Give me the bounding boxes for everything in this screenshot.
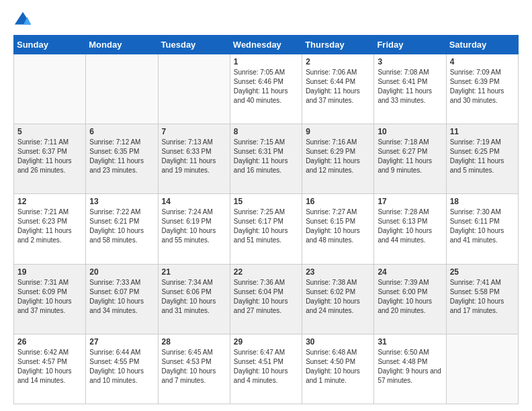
calendar-cell-4-4: 22Sunrise: 7:36 AM Sunset: 6:04 PM Dayli… [230,264,302,334]
day-number: 5 [17,127,82,136]
day-number: 18 [450,197,515,206]
day-number: 13 [89,197,154,206]
calendar-week-3: 12Sunrise: 7:21 AM Sunset: 6:23 PM Dayli… [14,194,519,264]
calendar-cell-3-7: 18Sunrise: 7:30 AM Sunset: 6:11 PM Dayli… [446,194,518,264]
day-number: 3 [378,57,442,66]
day-info: Sunrise: 6:44 AM Sunset: 4:55 PM Dayligh… [89,348,154,385]
day-number: 9 [306,127,370,136]
day-info: Sunrise: 7:28 AM Sunset: 6:13 PM Dayligh… [378,208,442,245]
calendar-cell-5-3: 28Sunrise: 6:45 AM Sunset: 4:53 PM Dayli… [158,334,230,404]
calendar-cell-4-6: 24Sunrise: 7:39 AM Sunset: 6:00 PM Dayli… [374,264,446,334]
calendar-cell-2-7: 11Sunrise: 7:19 AM Sunset: 6:25 PM Dayli… [446,124,518,194]
calendar-cell-3-1: 12Sunrise: 7:21 AM Sunset: 6:23 PM Dayli… [14,194,86,264]
day-info: Sunrise: 7:33 AM Sunset: 6:07 PM Dayligh… [89,278,154,316]
calendar-cell-3-6: 17Sunrise: 7:28 AM Sunset: 6:13 PM Dayli… [374,194,446,264]
day-number: 27 [89,337,154,347]
day-info: Sunrise: 7:09 AM Sunset: 6:39 PM Dayligh… [450,68,515,105]
day-number: 11 [450,127,515,136]
day-info: Sunrise: 7:39 AM Sunset: 6:00 PM Dayligh… [378,278,442,316]
day-info: Sunrise: 7:13 AM Sunset: 6:33 PM Dayligh… [162,138,226,175]
calendar-table: SundayMondayTuesdayWednesdayThursdayFrid… [13,35,519,404]
calendar-cell-1-2 [86,54,158,124]
day-number: 8 [234,127,298,136]
day-number: 19 [17,267,82,277]
weekday-thursday: Thursday [302,36,374,54]
calendar-cell-2-4: 8Sunrise: 7:15 AM Sunset: 6:31 PM Daylig… [230,124,302,194]
weekday-header-row: SundayMondayTuesdayWednesdayThursdayFrid… [14,36,519,54]
calendar-week-1: 1Sunrise: 7:05 AM Sunset: 6:46 PM Daylig… [14,54,519,124]
weekday-sunday: Sunday [14,36,86,54]
calendar-cell-1-7: 4Sunrise: 7:09 AM Sunset: 6:39 PM Daylig… [446,54,518,124]
day-number: 10 [378,127,442,136]
calendar-cell-1-1 [14,54,86,124]
day-info: Sunrise: 7:08 AM Sunset: 6:41 PM Dayligh… [378,68,442,105]
day-info: Sunrise: 7:18 AM Sunset: 6:27 PM Dayligh… [378,138,442,175]
day-number: 24 [378,267,442,277]
day-info: Sunrise: 6:47 AM Sunset: 4:51 PM Dayligh… [234,348,298,385]
day-info: Sunrise: 6:50 AM Sunset: 4:48 PM Dayligh… [378,348,442,385]
day-number: 12 [17,197,82,206]
day-info: Sunrise: 7:38 AM Sunset: 6:02 PM Dayligh… [306,278,370,316]
calendar-cell-1-5: 2Sunrise: 7:06 AM Sunset: 6:44 PM Daylig… [302,54,374,124]
day-number: 25 [450,267,515,277]
day-number: 28 [162,337,226,347]
day-number: 31 [378,337,442,347]
calendar-cell-5-7 [446,334,518,404]
day-number: 21 [162,267,226,277]
day-number: 1 [234,57,298,66]
day-number: 23 [306,267,370,277]
day-info: Sunrise: 7:11 AM Sunset: 6:37 PM Dayligh… [17,138,82,175]
calendar-cell-3-3: 14Sunrise: 7:24 AM Sunset: 6:19 PM Dayli… [158,194,230,264]
day-info: Sunrise: 7:21 AM Sunset: 6:23 PM Dayligh… [17,208,82,245]
day-number: 4 [450,57,515,66]
day-info: Sunrise: 7:22 AM Sunset: 6:21 PM Dayligh… [89,208,154,245]
calendar-cell-4-5: 23Sunrise: 7:38 AM Sunset: 6:02 PM Dayli… [302,264,374,334]
calendar-cell-5-2: 27Sunrise: 6:44 AM Sunset: 4:55 PM Dayli… [86,334,158,404]
day-info: Sunrise: 7:34 AM Sunset: 6:06 PM Dayligh… [162,278,226,316]
day-number: 2 [306,57,370,66]
calendar-week-4: 19Sunrise: 7:31 AM Sunset: 6:09 PM Dayli… [14,264,519,334]
day-number: 15 [234,197,298,206]
day-number: 6 [89,127,154,136]
day-number: 20 [89,267,154,277]
day-info: Sunrise: 7:30 AM Sunset: 6:11 PM Dayligh… [450,208,515,245]
day-info: Sunrise: 7:36 AM Sunset: 6:04 PM Dayligh… [234,278,298,316]
calendar-cell-5-4: 29Sunrise: 6:47 AM Sunset: 4:51 PM Dayli… [230,334,302,404]
day-info: Sunrise: 7:16 AM Sunset: 6:29 PM Dayligh… [306,138,370,175]
calendar-cell-4-1: 19Sunrise: 7:31 AM Sunset: 6:09 PM Dayli… [14,264,86,334]
day-info: Sunrise: 7:15 AM Sunset: 6:31 PM Dayligh… [234,138,298,175]
day-info: Sunrise: 6:45 AM Sunset: 4:53 PM Dayligh… [162,348,226,385]
day-number: 30 [306,337,370,347]
calendar-cell-4-7: 25Sunrise: 7:41 AM Sunset: 5:58 PM Dayli… [446,264,518,334]
day-info: Sunrise: 7:27 AM Sunset: 6:15 PM Dayligh… [306,208,370,245]
day-info: Sunrise: 6:42 AM Sunset: 4:57 PM Dayligh… [17,348,82,385]
calendar-cell-5-1: 26Sunrise: 6:42 AM Sunset: 4:57 PM Dayli… [14,334,86,404]
day-number: 16 [306,197,370,206]
day-info: Sunrise: 6:48 AM Sunset: 4:50 PM Dayligh… [306,348,370,385]
day-info: Sunrise: 7:41 AM Sunset: 5:58 PM Dayligh… [450,278,515,316]
calendar-cell-5-5: 30Sunrise: 6:48 AM Sunset: 4:50 PM Dayli… [302,334,374,404]
calendar-cell-5-6: 31Sunrise: 6:50 AM Sunset: 4:48 PM Dayli… [374,334,446,404]
weekday-monday: Monday [86,36,158,54]
calendar-cell-1-6: 3Sunrise: 7:08 AM Sunset: 6:41 PM Daylig… [374,54,446,124]
day-info: Sunrise: 7:19 AM Sunset: 6:25 PM Dayligh… [450,138,515,175]
calendar-cell-2-6: 10Sunrise: 7:18 AM Sunset: 6:27 PM Dayli… [374,124,446,194]
calendar-cell-4-3: 21Sunrise: 7:34 AM Sunset: 6:06 PM Dayli… [158,264,230,334]
calendar-cell-2-2: 6Sunrise: 7:12 AM Sunset: 6:35 PM Daylig… [86,124,158,194]
day-info: Sunrise: 7:24 AM Sunset: 6:19 PM Dayligh… [162,208,226,245]
day-number: 14 [162,197,226,206]
calendar-cell-1-3 [158,54,230,124]
calendar-cell-1-4: 1Sunrise: 7:05 AM Sunset: 6:46 PM Daylig… [230,54,302,124]
weekday-tuesday: Tuesday [158,36,230,54]
calendar-cell-2-1: 5Sunrise: 7:11 AM Sunset: 6:37 PM Daylig… [14,124,86,194]
calendar-cell-3-4: 15Sunrise: 7:25 AM Sunset: 6:17 PM Dayli… [230,194,302,264]
calendar-cell-3-5: 16Sunrise: 7:27 AM Sunset: 6:15 PM Dayli… [302,194,374,264]
calendar-week-2: 5Sunrise: 7:11 AM Sunset: 6:37 PM Daylig… [14,124,519,194]
calendar-week-5: 26Sunrise: 6:42 AM Sunset: 4:57 PM Dayli… [14,334,519,404]
calendar-cell-2-5: 9Sunrise: 7:16 AM Sunset: 6:29 PM Daylig… [302,124,374,194]
day-number: 7 [162,127,226,136]
weekday-saturday: Saturday [446,36,518,54]
day-number: 22 [234,267,298,277]
logo-icon [13,11,32,30]
calendar-cell-2-3: 7Sunrise: 7:13 AM Sunset: 6:33 PM Daylig… [158,124,230,194]
